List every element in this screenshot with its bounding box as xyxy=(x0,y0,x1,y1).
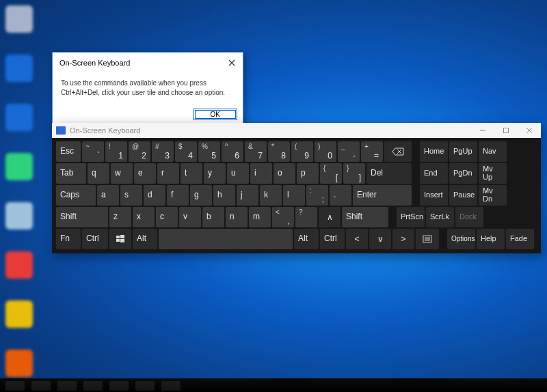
key-mv-dn[interactable]: Mv Dn xyxy=(479,185,507,206)
key-mv-up[interactable]: Mv Up xyxy=(479,163,507,184)
taskbar-item[interactable] xyxy=(83,381,103,391)
key-z[interactable]: z xyxy=(109,207,131,227)
taskbar-item[interactable] xyxy=(161,381,181,391)
key-dock[interactable]: Dock xyxy=(455,207,483,227)
desktop-icon[interactable] xyxy=(5,202,33,229)
osk-titlebar[interactable]: On-Screen Keyboard xyxy=(52,123,541,138)
key-`[interactable]: ~` xyxy=(82,141,104,162)
key-f[interactable]: f xyxy=(167,185,189,206)
taskbar-item[interactable] xyxy=(109,381,129,391)
key-8[interactable]: *8 xyxy=(268,141,290,162)
key-period[interactable]: . xyxy=(330,185,351,206)
key-q[interactable]: q xyxy=(88,163,109,184)
taskbar[interactable] xyxy=(0,378,547,392)
key-nav[interactable]: Nav xyxy=(479,141,507,162)
key-arrow-up[interactable]: ∧ xyxy=(319,207,341,227)
key-pgdn[interactable]: PgDn xyxy=(449,163,477,184)
desktop-icon[interactable] xyxy=(5,55,33,82)
key-fade[interactable]: Fade xyxy=(506,229,534,249)
key-windows[interactable] xyxy=(109,229,131,249)
desktop-icon[interactable] xyxy=(5,350,33,377)
key-m[interactable]: m xyxy=(249,207,271,227)
key-0[interactable]: )0 xyxy=(315,141,336,162)
key-7[interactable]: &7 xyxy=(245,141,267,162)
key-end[interactable]: End xyxy=(420,163,448,184)
desktop-icon[interactable] xyxy=(5,104,33,131)
dialog-close-button[interactable] xyxy=(225,57,239,69)
key-enter[interactable]: Enter xyxy=(353,185,412,206)
key-arrow-left[interactable]: < xyxy=(346,229,368,249)
key-1[interactable]: !1 xyxy=(105,141,127,162)
key-9[interactable]: (9 xyxy=(291,141,313,162)
key-home[interactable]: Home xyxy=(420,141,448,162)
key-d[interactable]: d xyxy=(144,185,165,206)
desktop-icon[interactable] xyxy=(5,5,33,33)
key-prtscn[interactable]: PrtScn xyxy=(397,207,425,227)
key-[[interactable]: {[ xyxy=(320,163,342,184)
taskbar-item[interactable] xyxy=(5,381,25,391)
key-g[interactable]: g xyxy=(190,185,212,206)
key-l[interactable]: l xyxy=(283,185,305,206)
key-help[interactable]: Help xyxy=(477,229,505,249)
key-w[interactable]: w xyxy=(111,163,133,184)
taskbar-item[interactable] xyxy=(31,381,51,391)
key-j[interactable]: j xyxy=(237,185,258,206)
key-=[interactable]: += xyxy=(361,141,383,162)
key-s[interactable]: s xyxy=(120,185,142,206)
key-caps[interactable]: Caps xyxy=(56,185,96,206)
key-fn[interactable]: Fn xyxy=(56,229,81,249)
key--[interactable]: _- xyxy=(338,141,360,162)
key-,[interactable]: <, xyxy=(272,207,294,227)
key-ctrl-right[interactable]: Ctrl xyxy=(320,229,345,249)
key-r[interactable]: r xyxy=(157,163,179,184)
key-shift-right[interactable]: Shift xyxy=(342,207,388,227)
key-arrow-down[interactable]: ∨ xyxy=(369,229,391,249)
key-alt-left[interactable]: Alt xyxy=(133,229,157,249)
key-options[interactable]: Options xyxy=(447,229,475,249)
key-2[interactable]: @2 xyxy=(129,141,150,162)
desktop-icon[interactable] xyxy=(5,300,33,328)
key-space[interactable] xyxy=(159,229,293,249)
key-5[interactable]: %5 xyxy=(198,141,220,162)
dialog-titlebar[interactable]: On-Screen Keyboard xyxy=(53,53,243,72)
key-arrow-right[interactable]: > xyxy=(392,229,414,249)
key-4[interactable]: $4 xyxy=(175,141,197,162)
key-t[interactable]: t xyxy=(181,163,202,184)
key-n[interactable]: n xyxy=(226,207,248,227)
key-tab[interactable]: Tab xyxy=(56,163,86,184)
key-v[interactable]: v xyxy=(179,207,201,227)
desktop-icon[interactable] xyxy=(5,153,33,180)
key-i[interactable]: i xyxy=(250,163,272,184)
key-backspace[interactable] xyxy=(384,141,412,162)
dialog-ok-button[interactable]: OK xyxy=(194,109,237,120)
key-pgup[interactable]: PgUp xyxy=(449,141,477,162)
key-k[interactable]: k xyxy=(260,185,282,206)
key-o[interactable]: o xyxy=(274,163,295,184)
key-alt-right[interactable]: Alt xyxy=(294,229,319,249)
key-shift-left[interactable]: Shift xyxy=(56,207,108,227)
key-esc[interactable]: Esc xyxy=(56,141,81,162)
key-menu[interactable] xyxy=(416,229,439,249)
key-x[interactable]: x xyxy=(133,207,155,227)
key-u[interactable]: u xyxy=(227,163,249,184)
key-pause[interactable]: Pause xyxy=(449,185,477,206)
key-a[interactable]: a xyxy=(97,185,119,206)
key-h[interactable]: h xyxy=(213,185,235,206)
key-y[interactable]: y xyxy=(204,163,226,184)
key-][interactable]: }] xyxy=(343,163,365,184)
minimize-button[interactable] xyxy=(471,123,494,138)
key-p[interactable]: p xyxy=(297,163,319,184)
key-e[interactable]: e xyxy=(134,163,156,184)
maximize-button[interactable] xyxy=(494,123,518,138)
key-3[interactable]: #3 xyxy=(152,141,174,162)
key-?[interactable]: ? xyxy=(295,207,317,227)
key-del[interactable]: Del xyxy=(366,163,412,184)
desktop-icon[interactable] xyxy=(5,251,33,279)
key-6[interactable]: ^6 xyxy=(222,141,243,162)
taskbar-item[interactable] xyxy=(135,381,155,391)
close-button[interactable] xyxy=(518,123,541,138)
key-b[interactable]: b xyxy=(202,207,224,227)
key-c[interactable]: c xyxy=(156,207,178,227)
taskbar-item[interactable] xyxy=(57,381,77,391)
key-;[interactable]: :; xyxy=(306,185,328,206)
